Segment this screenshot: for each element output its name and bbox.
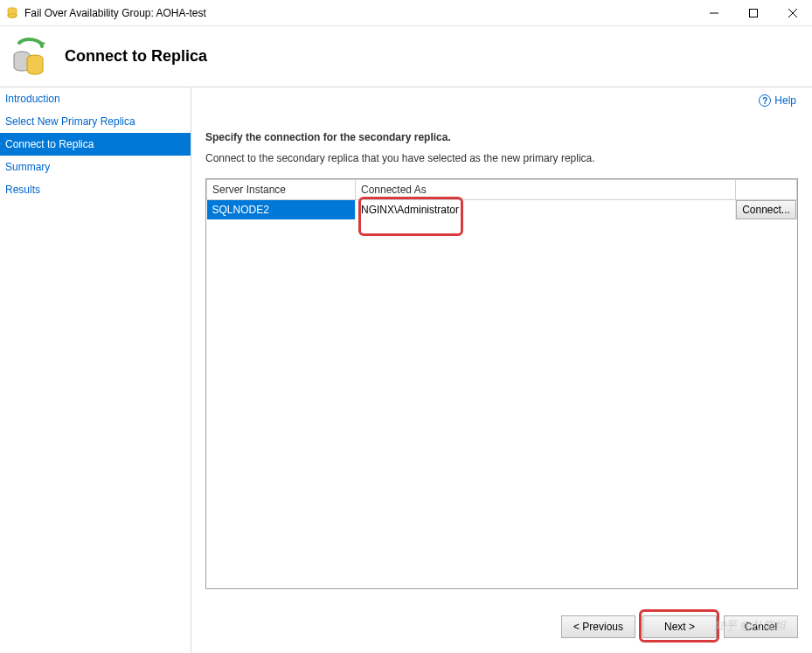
window-controls bbox=[694, 0, 812, 25]
wizard-footer: < Previous Next > Cancel bbox=[191, 601, 812, 653]
replica-grid: Server Instance Connected As SQLNODE2 NG… bbox=[205, 178, 798, 589]
help-label: Help bbox=[774, 94, 796, 107]
sidebar-item-connect-replica[interactable]: Connect to Replica bbox=[0, 133, 191, 156]
sidebar-item-select-primary[interactable]: Select New Primary Replica bbox=[0, 110, 191, 133]
col-server-instance[interactable]: Server Instance bbox=[207, 180, 356, 200]
sidebar-item-results[interactable]: Results bbox=[0, 178, 191, 201]
help-icon: ? bbox=[759, 94, 771, 107]
help-link[interactable]: ? Help bbox=[759, 94, 796, 107]
table-row[interactable]: SQLNODE2 NGINX\Administrator Connect... bbox=[207, 200, 797, 220]
instruction-heading: Specify the connection for the secondary… bbox=[205, 131, 798, 143]
maximize-button[interactable] bbox=[733, 0, 773, 25]
sidebar-item-summary[interactable]: Summary bbox=[0, 156, 191, 178]
wizard-main: ? Help Specify the connection for the se… bbox=[191, 87, 812, 653]
instruction-text: Connect to the secondary replica that yo… bbox=[205, 152, 798, 164]
previous-button[interactable]: < Previous bbox=[561, 615, 635, 638]
wizard-body: Introduction Select New Primary Replica … bbox=[0, 87, 812, 653]
next-button[interactable]: Next > bbox=[642, 615, 717, 638]
sidebar-item-introduction[interactable]: Introduction bbox=[0, 87, 191, 110]
window-title: Fail Over Availability Group: AOHA-test bbox=[24, 7, 694, 19]
titlebar: Fail Over Availability Group: AOHA-test bbox=[0, 0, 812, 26]
cancel-button[interactable]: Cancel bbox=[724, 615, 798, 638]
replica-table: Server Instance Connected As SQLNODE2 NG… bbox=[206, 179, 797, 219]
col-connect-action bbox=[736, 180, 797, 200]
page-title: Connect to Replica bbox=[65, 47, 207, 66]
app-icon bbox=[5, 6, 19, 20]
close-button[interactable] bbox=[773, 0, 812, 25]
svg-rect-3 bbox=[749, 9, 757, 17]
content-area: Specify the connection for the secondary… bbox=[191, 87, 812, 601]
failover-icon bbox=[9, 36, 51, 78]
connect-button[interactable]: Connect... bbox=[736, 200, 796, 219]
wizard-header: Connect to Replica bbox=[0, 26, 812, 87]
cell-connect-button: Connect... bbox=[736, 200, 797, 220]
cell-connected-as: NGINX\Administrator bbox=[356, 200, 736, 220]
wizard-sidebar: Introduction Select New Primary Replica … bbox=[0, 87, 191, 653]
cell-server-instance: SQLNODE2 bbox=[207, 200, 356, 220]
minimize-button[interactable] bbox=[694, 0, 733, 25]
col-connected-as[interactable]: Connected As bbox=[356, 180, 736, 200]
